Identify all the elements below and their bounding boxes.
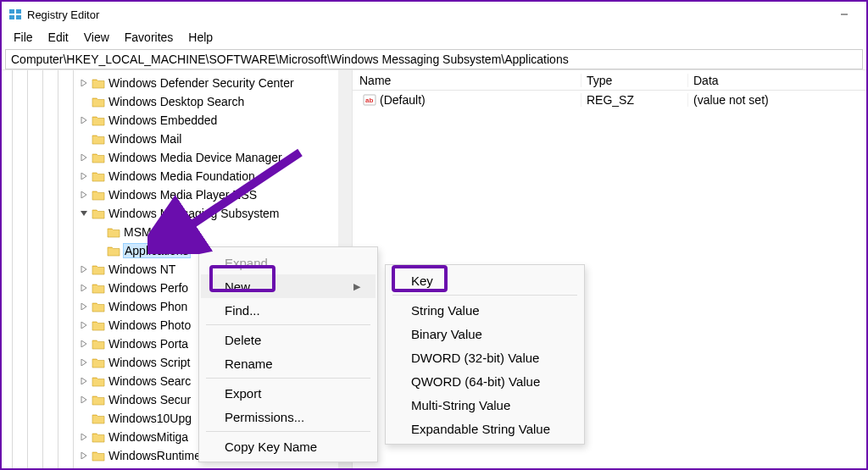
context_sub-item[interactable]: Key — [387, 268, 582, 292]
context_main-item[interactable]: Export — [201, 381, 376, 405]
tree-node[interactable]: Windows Media Device Manager — [2, 148, 352, 167]
tree-node-label[interactable]: Windows Perfo — [108, 281, 188, 295]
menu-item-label: DWORD (32-bit) Value — [411, 351, 539, 365]
tree-node-label[interactable]: Windows Porta — [108, 337, 188, 351]
tree-node-label[interactable]: Windows Media Player NSS — [108, 188, 257, 202]
expand-icon[interactable] — [78, 285, 90, 291]
expand-icon[interactable] — [78, 322, 90, 329]
col-header-type[interactable]: Type — [581, 74, 688, 87]
svg-rect-2 — [9, 15, 14, 19]
col-header-data[interactable]: Data — [688, 74, 866, 87]
menu-edit[interactable]: Edit — [42, 29, 75, 46]
tree-node[interactable]: Windows Media Foundation — [2, 167, 352, 185]
menu-view[interactable]: View — [77, 29, 116, 46]
expand-icon[interactable] — [78, 340, 90, 347]
folder-icon — [92, 152, 105, 163]
expand-icon[interactable] — [78, 396, 90, 403]
context_main-item[interactable]: Find... — [201, 298, 376, 322]
string-value-icon: ab — [363, 93, 376, 107]
context_main-item[interactable]: New▶ — [201, 274, 376, 298]
context_main-item[interactable]: Copy Key Name — [201, 434, 376, 458]
app-icon — [8, 8, 22, 21]
tree-node-label[interactable]: Windows NT — [108, 263, 175, 276]
tree-node-label[interactable]: WindowsSelfHost — [108, 467, 202, 468]
expand-icon[interactable] — [78, 378, 90, 384]
col-header-name[interactable]: Name — [353, 74, 581, 87]
expand-icon[interactable] — [78, 80, 90, 86]
expand-icon[interactable] — [78, 434, 90, 440]
folder-icon — [92, 282, 105, 294]
expand-icon[interactable] — [78, 173, 90, 180]
menu-item-label: Multi-String Value — [411, 398, 510, 412]
tree-node-label[interactable]: MSMapiApps — [124, 225, 194, 239]
tree-node-label[interactable]: Windows Searc — [108, 374, 191, 388]
expand-icon[interactable] — [78, 191, 90, 198]
context_main-item[interactable]: Delete — [201, 328, 376, 351]
svg-rect-3 — [16, 15, 21, 19]
tree-node-label[interactable]: Windows Media Foundation — [108, 169, 255, 183]
address-bar[interactable]: Computer\HKEY_LOCAL_MACHINE\SOFTWARE\Mic… — [5, 49, 863, 69]
context_main-item: Expand — [201, 251, 376, 274]
context_sub-item[interactable]: DWORD (32-bit) Value — [387, 346, 582, 369]
expand-icon[interactable] — [78, 266, 90, 273]
expand-icon[interactable] — [78, 359, 90, 366]
context_main-item[interactable]: Permissions... — [201, 405, 376, 429]
tree-node[interactable]: Windows Desktop Search — [2, 92, 352, 111]
tree-node[interactable]: WindowsSelfHost — [2, 465, 352, 468]
collapse-icon[interactable] — [78, 210, 90, 217]
tree-node-label[interactable]: Applications — [124, 244, 190, 257]
tree-node-label[interactable]: Windows Desktop Search — [108, 95, 244, 108]
expand-icon[interactable] — [78, 117, 90, 124]
expand-icon[interactable] — [78, 452, 90, 459]
menu-item-label: Delete — [225, 333, 261, 347]
tree-node-label[interactable]: Windows Media Device Manager — [108, 151, 282, 164]
menu-separator — [206, 378, 370, 379]
tree-node[interactable]: Windows Embedded — [2, 111, 352, 130]
tree-node[interactable]: Windows Defender Security Center — [2, 74, 352, 92]
tree-node-label[interactable]: Windows Messaging Subsystem — [108, 207, 280, 220]
context_sub-item[interactable]: Expandable String Value — [387, 417, 582, 440]
menu-item-label: Key — [411, 274, 433, 288]
tree-node-label[interactable]: Windows Phon — [108, 300, 187, 313]
folder-icon — [92, 133, 105, 145]
value-row[interactable]: ab (Default)REG_SZ(value not set) — [353, 91, 866, 109]
tree-node-label[interactable]: WindowsMitiga — [108, 430, 188, 444]
tree-node[interactable]: MSMapiApps — [2, 223, 352, 241]
folder-icon — [92, 170, 105, 182]
tree-node-label[interactable]: Windows Embedded — [108, 113, 217, 127]
minimize-button[interactable] — [829, 4, 860, 25]
folder-icon — [92, 207, 105, 219]
menu-favorites[interactable]: Favorites — [118, 29, 181, 46]
menubar: File Edit View Favorites Help — [2, 27, 866, 49]
menu-item-label: Binary Value — [411, 327, 482, 341]
tree-node-label[interactable]: Windows Mail — [108, 132, 181, 146]
tree-node-label[interactable]: Windows Defender Security Center — [108, 76, 294, 90]
tree-node-label[interactable]: Windows Secur — [108, 393, 191, 406]
context_sub-item[interactable]: Multi-String Value — [387, 393, 582, 417]
context_sub-item[interactable]: String Value — [387, 298, 582, 322]
tree-node[interactable]: Windows Media Player NSS — [2, 185, 352, 204]
context_sub-item[interactable]: QWORD (64-bit) Value — [387, 369, 582, 393]
value-name: (Default) — [380, 93, 426, 107]
svg-text:ab: ab — [365, 97, 373, 104]
context_sub-item[interactable]: Binary Value — [387, 322, 582, 346]
menu-file[interactable]: File — [7, 29, 40, 46]
folder-icon — [107, 245, 120, 257]
folder-icon — [92, 114, 105, 126]
context-menu-new: KeyString ValueBinary ValueDWORD (32-bit… — [385, 264, 585, 445]
tree-node-label[interactable]: Windows Script — [108, 356, 190, 369]
expand-icon[interactable] — [78, 154, 90, 161]
menu-item-label: String Value — [411, 303, 480, 318]
tree-node-label[interactable]: Windows Photo — [108, 318, 191, 332]
context_main-item[interactable]: Rename — [201, 351, 376, 375]
expand-icon[interactable] — [78, 303, 90, 310]
menu-help[interactable]: Help — [181, 29, 220, 46]
menu-item-label: New — [225, 279, 250, 294]
tree-node[interactable]: Windows Mail — [2, 130, 352, 148]
tree-node[interactable]: Windows Messaging Subsystem — [2, 204, 352, 223]
menu-item-label: Copy Key Name — [225, 440, 317, 454]
tree-node-label[interactable]: WindowsRuntime — [108, 449, 201, 462]
menu-separator — [206, 431, 370, 432]
tree-node-label[interactable]: Windows10Upg — [108, 412, 192, 425]
folder-icon — [92, 319, 105, 331]
